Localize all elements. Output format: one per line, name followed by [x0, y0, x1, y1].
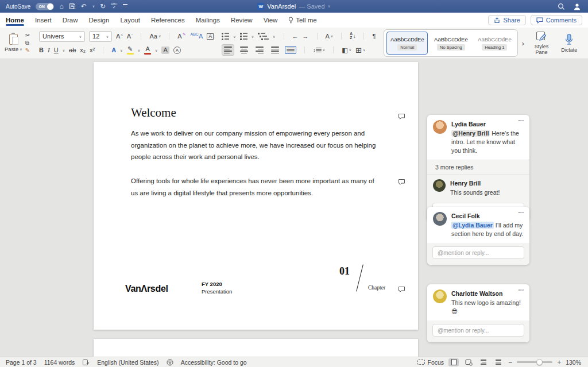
decrease-indent-icon[interactable]: ←	[292, 33, 299, 40]
share-button[interactable]: Share	[488, 15, 525, 25]
tab-tell-me[interactable]: Tell me	[288, 14, 316, 26]
text-effects-dropdown-icon[interactable]: ∨	[120, 48, 122, 52]
undo-icon[interactable]: ↶	[81, 3, 87, 10]
spelling-check-icon[interactable]: ABC ✓	[111, 3, 118, 10]
tab-references[interactable]: References	[151, 14, 185, 26]
comment-menu-icon[interactable]: •••	[519, 288, 524, 292]
increase-indent-icon[interactable]: →	[303, 33, 309, 40]
web-layout-view-button[interactable]	[463, 358, 474, 366]
character-shading-icon[interactable]: A	[161, 47, 169, 54]
align-left-icon[interactable]	[222, 44, 234, 56]
search-icon[interactable]	[558, 3, 565, 10]
text-effects-icon[interactable]: A	[111, 47, 116, 53]
comment-anchor-icon[interactable]	[398, 286, 405, 293]
strikethrough-icon[interactable]: ab	[69, 47, 76, 53]
customize-toolbar-icon[interactable]: ∨	[123, 4, 127, 9]
dictate-button[interactable]: Dictate	[559, 33, 579, 53]
distribute-text-icon[interactable]	[285, 46, 296, 55]
borders-icon[interactable]: ⊞∨	[355, 47, 365, 54]
font-size-select[interactable]: 12∨	[89, 31, 112, 42]
mention-chip[interactable]: @Lydia Bauer	[451, 222, 494, 229]
highlight-color-icon[interactable]: ✎	[127, 46, 134, 55]
style-no-spacing[interactable]: AaBbCcDdEe No Spacing	[430, 32, 471, 55]
comment-thread-charlotte[interactable]: Charlotte Waltson This new logo is amazi…	[427, 284, 529, 342]
reply-input[interactable]	[432, 324, 524, 337]
bullet-list-dropdown-icon[interactable]: ∨	[233, 34, 235, 38]
grow-font-icon[interactable]: A^	[116, 33, 123, 40]
sort-icon[interactable]: AZ↓	[350, 32, 355, 40]
multilevel-list-icon[interactable]	[258, 33, 269, 40]
align-right-icon[interactable]	[254, 45, 265, 55]
subscript-icon[interactable]: x₂	[80, 47, 86, 53]
change-case-icon[interactable]: Aa∨	[149, 33, 161, 40]
underline-dropdown-icon[interactable]: ∨	[63, 48, 65, 52]
enclose-characters-icon[interactable]: A	[173, 47, 181, 54]
zoom-slider[interactable]	[517, 361, 552, 363]
asian-layout-icon[interactable]: A∨	[326, 33, 334, 40]
font-color-icon[interactable]: A	[144, 46, 151, 55]
multilevel-list-dropdown-icon[interactable]: ∨	[273, 34, 275, 38]
mention-chip[interactable]: @Henry Brill	[451, 130, 490, 137]
style-normal[interactable]: AaBbCcDdEe Normal	[386, 32, 428, 55]
phonetic-guide-icon[interactable]: ABCA	[190, 33, 203, 40]
line-spacing-icon[interactable]: ↕∨	[313, 48, 325, 53]
print-layout-view-button[interactable]	[448, 358, 459, 366]
comment-anchor-icon[interactable]	[398, 179, 405, 186]
italic-icon[interactable]: I	[48, 47, 50, 53]
comment-thread-lydia[interactable]: Lydia Bauer @Henry Brill Here’s the intr…	[427, 115, 529, 221]
numbered-list-dropdown-icon[interactable]: ∨	[252, 34, 254, 38]
tab-design[interactable]: Design	[89, 14, 110, 26]
account-avatar-icon[interactable]	[573, 3, 581, 10]
zoom-level[interactable]: 130%	[566, 359, 581, 366]
cut-icon[interactable]: ✂	[25, 32, 30, 40]
tab-insert[interactable]: Insert	[35, 14, 52, 26]
highlight-dropdown-icon[interactable]: ∨	[138, 48, 140, 52]
tab-draw[interactable]: Draw	[63, 14, 78, 26]
redo-icon[interactable]: ↻	[100, 3, 106, 10]
zoom-slider-knob[interactable]	[536, 359, 543, 365]
tab-review[interactable]: Review	[231, 14, 253, 26]
align-center-icon[interactable]	[238, 45, 250, 55]
format-painter-icon[interactable]: ✎	[25, 47, 30, 55]
bold-icon[interactable]: B	[39, 47, 44, 53]
comments-button[interactable]: Comments	[531, 15, 582, 25]
tab-mailings[interactable]: Mailings	[196, 14, 220, 26]
outline-view-button[interactable]	[478, 358, 489, 366]
accessibility-status[interactable]: Accessibility: Good to go	[181, 359, 247, 366]
reply-input[interactable]	[432, 246, 524, 259]
styles-gallery-expand-icon[interactable]: ›	[521, 40, 524, 47]
comment-anchor-icon[interactable]	[398, 113, 405, 120]
justify-icon[interactable]	[269, 45, 281, 55]
tab-home[interactable]: Home	[6, 14, 24, 26]
autosave-toggle[interactable]: ON	[36, 3, 54, 10]
save-icon[interactable]	[69, 3, 76, 10]
document-page-1[interactable]: Welcome As we work to deliver on our com…	[94, 62, 418, 330]
page-indicator[interactable]: Page 1 of 3	[6, 359, 37, 366]
language-indicator[interactable]: English (United States)	[97, 359, 158, 366]
document-page-2[interactable]	[94, 339, 418, 357]
shading-icon[interactable]: ◧∨	[342, 47, 351, 53]
zoom-out-button[interactable]: −	[508, 358, 512, 366]
styles-pane-button[interactable]: StylesPane	[532, 31, 551, 56]
clear-formatting-icon[interactable]: A✎	[177, 33, 185, 40]
comment-menu-icon[interactable]: •••	[519, 210, 524, 214]
home-icon[interactable]: ⌂	[59, 3, 63, 10]
numbered-list-icon[interactable]	[240, 33, 247, 40]
draft-view-button[interactable]	[493, 358, 504, 366]
more-replies-link[interactable]: 3 more replies	[427, 160, 529, 175]
font-name-select[interactable]: Univers∨	[39, 31, 85, 42]
underline-icon[interactable]: U	[54, 47, 59, 53]
focus-button[interactable]: Focus	[417, 359, 444, 366]
bullet-list-icon[interactable]	[222, 33, 229, 40]
comment-thread-cecil[interactable]: Cecil Folk @Lydia Bauer I’ll add my sect…	[427, 207, 529, 265]
tab-layout[interactable]: Layout	[120, 14, 140, 26]
show-paragraph-marks-icon[interactable]: ¶	[372, 33, 376, 40]
character-border-icon[interactable]: A	[207, 33, 214, 40]
comment-menu-icon[interactable]: •••	[519, 118, 524, 122]
tab-view[interactable]: View	[264, 14, 278, 26]
superscript-icon[interactable]: x²	[90, 47, 95, 53]
word-count[interactable]: 1164 words	[44, 359, 75, 366]
shrink-font-icon[interactable]: Aˇ	[127, 33, 133, 40]
font-color-dropdown-icon[interactable]: ∨	[155, 48, 157, 52]
paste-button[interactable]: Paste∨	[5, 34, 22, 52]
